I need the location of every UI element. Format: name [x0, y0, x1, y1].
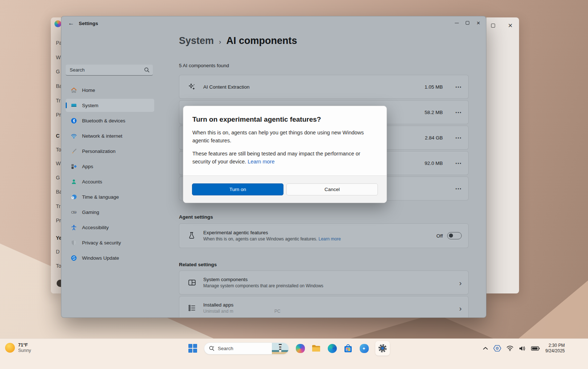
weather-widget[interactable]: 71°F Sunny	[5, 342, 31, 353]
settings-app-icon[interactable]	[375, 341, 390, 356]
minimize-button[interactable]	[451, 18, 462, 28]
sidebar-item-personalization[interactable]: Personalization	[66, 145, 154, 158]
taskbar: 71°F Sunny Search ✦	[0, 338, 588, 369]
time: 2:30 PM	[546, 343, 565, 348]
chevron-up-icon	[483, 346, 488, 350]
sidebar-item-system[interactable]: System	[66, 99, 154, 112]
breadcrumb: System › AI components	[179, 35, 297, 46]
turn-on-button[interactable]: Turn on	[192, 183, 283, 195]
more-options-icon[interactable]: ⋯	[455, 134, 462, 142]
sidebar-item-accessibility[interactable]: Accessibility	[66, 221, 154, 234]
more-options-icon[interactable]: ⋯	[455, 109, 462, 116]
taskbar-search[interactable]: Search	[204, 342, 289, 354]
brush-icon	[71, 148, 77, 154]
sun-icon	[5, 343, 15, 353]
close-button[interactable]: ✕	[505, 20, 515, 31]
close-button[interactable]: ✕	[473, 18, 484, 28]
maximize-button[interactable]	[462, 18, 473, 28]
titlebar[interactable]: ← Settings ✕	[61, 16, 486, 30]
weather-condition: Sunny	[18, 348, 31, 353]
tray-chevron-up[interactable]	[483, 346, 488, 350]
maximize-button[interactable]	[488, 20, 498, 31]
bg-text-fragment: To	[56, 263, 61, 269]
chevron-right-icon: ›	[459, 304, 462, 312]
learn-more-link[interactable]: Learn more	[319, 236, 341, 242]
battery-status[interactable]	[531, 346, 540, 351]
edge-app-icon[interactable]	[327, 344, 337, 353]
component-name: AI Content Extraction	[203, 84, 250, 90]
setting-subtitle: When this is on, agents can use Windows …	[203, 236, 317, 242]
agent-settings-row[interactable]: Experimental agentic features When this …	[179, 223, 469, 248]
cancel-button[interactable]: Cancel	[286, 183, 378, 195]
more-options-icon[interactable]: ⋯	[455, 159, 462, 167]
swoosh-sparkle-icon: ✦	[360, 344, 369, 353]
bg-text-fragment: G	[56, 69, 60, 74]
sidebar-item-windows-update[interactable]: Windows Update	[66, 251, 154, 264]
chevron-right-icon: ›	[219, 38, 221, 46]
sidebar-item-time-language[interactable]: Time & language	[66, 190, 154, 203]
system-icon	[71, 102, 77, 109]
sidebar-item-label: Apps	[82, 164, 93, 169]
hexagon-app-icon	[493, 345, 501, 352]
search-icon	[209, 345, 215, 352]
sidebar-item-apps[interactable]: Apps	[66, 160, 154, 173]
sidebar: Home System Bluetooth & devices Network …	[66, 65, 155, 76]
background-window-left-edge[interactable]: Pa W G Ba Tr Pr C To W G Ba Tr Pr Ye D T…	[51, 17, 61, 293]
copilot-app-icon[interactable]	[295, 344, 305, 353]
agent-app-icon[interactable]: ✦	[359, 344, 369, 353]
toggle-knob	[449, 234, 453, 238]
search-highlight-image[interactable]	[272, 343, 289, 354]
bg-text-fragment: To	[56, 147, 61, 153]
dialog-title: Turn on experimental agentic features?	[192, 115, 377, 123]
search-input[interactable]	[70, 67, 142, 73]
component-size: 1.05 MB	[425, 84, 455, 90]
volume-status[interactable]	[519, 345, 526, 352]
bluetooth-icon	[71, 118, 77, 124]
sidebar-item-bluetooth[interactable]: Bluetooth & devices	[66, 114, 154, 127]
wifi-status[interactable]	[506, 345, 514, 351]
start-button[interactable]	[188, 344, 197, 353]
tray-app-button[interactable]	[493, 345, 501, 352]
store-app-icon[interactable]	[343, 344, 353, 353]
background-window-right-edge[interactable]: ✕	[486, 17, 519, 293]
sidebar-item-privacy[interactable]: Privacy & security	[66, 236, 154, 249]
avatar	[57, 280, 61, 287]
window-title: Settings	[79, 21, 98, 26]
installed-apps-row[interactable]: Installed apps Uninstall and m PC ›	[179, 296, 469, 318]
bg-text-fragment: Pr	[56, 112, 61, 118]
chevron-right-icon: ›	[459, 279, 462, 287]
bg-text-fragment: Pr	[56, 218, 61, 223]
back-button[interactable]: ←	[66, 19, 77, 28]
search-label: Search	[218, 346, 233, 351]
component-size: 2.84 GB	[425, 135, 455, 141]
experimental-features-toggle[interactable]	[447, 232, 462, 239]
shield-icon	[71, 240, 77, 246]
bg-text-fragment: Ye	[56, 235, 61, 241]
sidebar-item-accounts[interactable]: Accounts	[66, 175, 154, 188]
clock[interactable]: 2:30 PM 9/24/2025	[546, 343, 565, 354]
maximize-icon	[466, 21, 469, 25]
bg-text-fragment: W	[56, 54, 61, 60]
component-size: 58.2 MB	[425, 110, 455, 115]
home-icon	[71, 87, 77, 93]
sidebar-item-home[interactable]: Home	[66, 84, 154, 97]
dialog-body-paragraph: These features are still being tested an…	[192, 151, 360, 165]
setting-title: System components	[203, 277, 323, 282]
sidebar-item-network[interactable]: Network & internet	[66, 129, 154, 142]
system-components-row[interactable]: System components Manage system componen…	[179, 271, 469, 295]
breadcrumb-parent[interactable]: System	[179, 35, 214, 46]
sidebar-item-label: System	[82, 103, 98, 108]
accessibility-icon	[71, 224, 77, 231]
learn-more-link[interactable]: Learn more	[248, 159, 274, 165]
component-row[interactable]: AI Content Extraction 1.05 MB ⋯	[179, 75, 469, 99]
weather-temp: 71°F	[18, 342, 31, 348]
sidebar-item-gaming[interactable]: Gaming	[66, 206, 154, 219]
screen: Pa W G Ba Tr Pr C To W G Ba Tr Pr Ye D T…	[0, 0, 588, 369]
components-count: 5 AI components found	[179, 63, 229, 68]
sidebar-search[interactable]	[66, 65, 153, 76]
file-explorer-app-icon[interactable]	[311, 344, 321, 353]
more-options-icon[interactable]: ⋯	[455, 83, 462, 91]
bg-text-fragment: Pa	[56, 40, 61, 46]
wifi-icon	[71, 133, 77, 139]
more-options-icon[interactable]: ⋯	[455, 185, 462, 192]
